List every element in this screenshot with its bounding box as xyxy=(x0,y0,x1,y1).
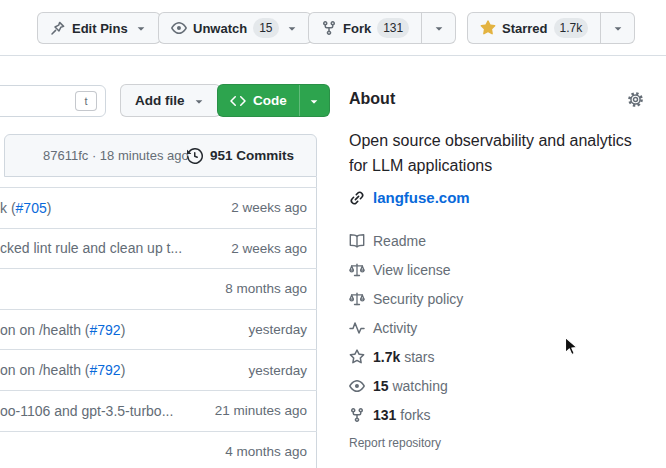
commit-message-text: ) xyxy=(121,362,126,378)
repo-description: Open source observability and analytics … xyxy=(349,128,647,178)
file-table-row[interactable]: k (#705) 2 weeks ago xyxy=(0,188,317,229)
go-to-file-input[interactable]: t xyxy=(0,85,106,117)
repo-website-row: langfuse.com xyxy=(349,189,470,206)
view-license-link[interactable]: View license xyxy=(349,255,463,284)
file-table-row[interactable]: 8 months ago xyxy=(0,269,317,310)
commit-message-text: on on /health ( xyxy=(0,362,90,378)
starred-button[interactable]: Starred 1.7k xyxy=(468,13,600,43)
add-file-button[interactable]: Add file xyxy=(120,84,221,117)
edit-pins-label: Edit Pins xyxy=(72,21,128,36)
link-label: View license xyxy=(373,262,451,278)
commit-date[interactable]: 2 weeks ago xyxy=(231,200,307,215)
starred-label: Starred xyxy=(502,21,548,36)
commit-message: k (#705) xyxy=(0,200,231,216)
commit-message-text: oo-1106 and gpt-3.5-turbo... xyxy=(0,403,173,419)
link-label: 1.7k stars xyxy=(373,349,434,365)
commit-hash-and-time[interactable]: 87611fc · 18 minutes ago xyxy=(43,135,189,176)
commit-date[interactable]: yesterday xyxy=(248,322,307,337)
issue-link[interactable]: #792 xyxy=(90,362,121,378)
issue-link[interactable]: #705 xyxy=(16,200,47,216)
chevron-down-icon xyxy=(432,21,446,35)
mouse-cursor xyxy=(564,336,580,358)
about-links-list: Readme View license Security policy Acti… xyxy=(349,226,463,429)
book-icon xyxy=(349,233,365,249)
repo-website-link[interactable]: langfuse.com xyxy=(373,189,470,206)
activity-link[interactable]: Activity xyxy=(349,313,463,342)
file-table: k (#705) 2 weeks ago cked lint rule and … xyxy=(0,187,317,468)
star-icon xyxy=(349,349,365,365)
chevron-down-icon xyxy=(307,94,321,108)
fork-icon xyxy=(321,20,337,36)
file-table-row[interactable]: 4 months ago xyxy=(0,432,317,468)
commit-date[interactable]: 2 weeks ago xyxy=(231,241,307,256)
star-button-group: Starred 1.7k xyxy=(467,12,635,44)
link-label: 15 watching xyxy=(373,378,448,394)
security-policy-link[interactable]: Security policy xyxy=(349,284,463,313)
commit-message: cked lint rule and clean up t... xyxy=(0,240,231,256)
file-table-row[interactable]: on on /health (#792) yesterday xyxy=(0,310,317,351)
keyboard-shortcut-hint: t xyxy=(75,91,97,111)
link-label: Security policy xyxy=(373,291,463,307)
stars-link[interactable]: 1.7k stars xyxy=(349,342,463,371)
commit-date[interactable]: 8 months ago xyxy=(225,281,307,296)
law-icon xyxy=(349,291,365,307)
link-label: Activity xyxy=(373,320,417,336)
commits-count-label: 951 Commits xyxy=(210,148,294,163)
header-divider xyxy=(0,55,666,56)
commit-date[interactable]: 21 minutes ago xyxy=(215,403,307,418)
commit-message-text: ) xyxy=(121,322,126,338)
issue-link[interactable]: #792 xyxy=(90,322,121,338)
fork-dropdown-button[interactable] xyxy=(421,13,455,43)
fork-button-group: Fork 131 xyxy=(308,12,456,44)
code-button[interactable]: Code xyxy=(218,85,299,116)
github-repo-page: Edit Pins Unwatch 15 Fork 131 xyxy=(0,0,666,468)
stars-count-badge: 1.7k xyxy=(554,18,589,38)
fork-button[interactable]: Fork 131 xyxy=(309,13,421,43)
code-label: Code xyxy=(253,93,287,108)
fork-label: Fork xyxy=(343,21,371,36)
file-table-row[interactable]: oo-1106 and gpt-3.5-turbo... 21 minutes … xyxy=(0,391,317,432)
commits-history-link[interactable]: 951 Commits xyxy=(187,135,294,176)
file-table-row[interactable]: on on /health (#792) yesterday xyxy=(0,350,317,391)
readme-link[interactable]: Readme xyxy=(349,226,463,255)
pulse-icon xyxy=(349,320,365,336)
add-file-label: Add file xyxy=(135,93,185,108)
code-button-group: Code xyxy=(217,84,330,117)
commit-message: on on /health (#792) xyxy=(0,322,248,338)
pin-icon xyxy=(50,20,66,36)
chevron-down-icon xyxy=(192,94,206,108)
forks-link[interactable]: 131 forks xyxy=(349,400,463,429)
gear-icon[interactable] xyxy=(627,91,644,108)
commit-message-text: on on /health ( xyxy=(0,322,90,338)
commit-message: oo-1106 and gpt-3.5-turbo... xyxy=(0,403,215,419)
code-dropdown-button[interactable] xyxy=(299,85,329,116)
commit-message-text: k ( xyxy=(0,200,16,216)
chevron-down-icon xyxy=(611,21,625,35)
commit-message: on on /health (#792) xyxy=(0,362,248,378)
forks-count-badge: 131 xyxy=(377,18,409,38)
link-icon xyxy=(349,190,365,206)
link-label: Readme xyxy=(373,233,426,249)
chevron-down-icon xyxy=(134,21,148,35)
edit-pins-button[interactable]: Edit Pins xyxy=(37,12,161,44)
report-repository-link[interactable]: Report repository xyxy=(349,436,441,450)
commit-date[interactable]: 4 months ago xyxy=(225,444,307,459)
commit-message-text: cked lint rule and clean up t... xyxy=(0,240,182,256)
latest-commit-bar: 87611fc · 18 minutes ago 951 Commits xyxy=(4,134,317,177)
eye-icon xyxy=(171,20,187,36)
unwatch-button[interactable]: Unwatch 15 xyxy=(158,12,312,44)
watchers-count-badge: 15 xyxy=(253,18,278,38)
code-icon xyxy=(230,93,246,109)
chevron-down-icon xyxy=(285,21,299,35)
star-dropdown-button[interactable] xyxy=(600,13,634,43)
about-heading: About xyxy=(349,90,395,108)
eye-icon xyxy=(349,378,365,394)
commit-message-text: ) xyxy=(47,200,52,216)
law-icon xyxy=(349,262,365,278)
unwatch-label: Unwatch xyxy=(193,21,247,36)
watching-link[interactable]: 15 watching xyxy=(349,371,463,400)
file-table-row[interactable]: cked lint rule and clean up t... 2 weeks… xyxy=(0,229,317,270)
link-label: 131 forks xyxy=(373,407,431,423)
history-icon xyxy=(187,148,203,164)
commit-date[interactable]: yesterday xyxy=(248,363,307,378)
